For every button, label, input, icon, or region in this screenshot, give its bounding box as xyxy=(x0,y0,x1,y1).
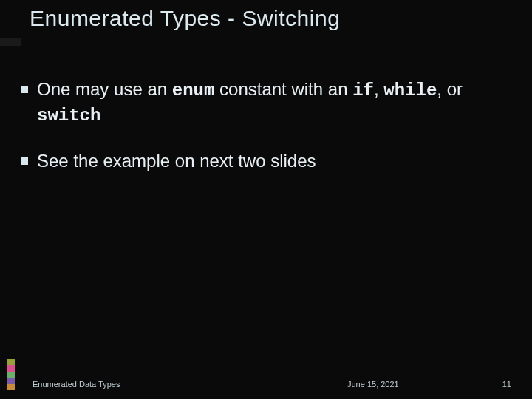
footer-date: June 15, 2021 xyxy=(347,380,399,389)
slide-content: One may use an enum constant with an if,… xyxy=(21,78,510,194)
title-accent-bar xyxy=(0,38,21,46)
text-run: , xyxy=(374,79,383,99)
code-run: switch xyxy=(37,106,100,126)
footer-page-number: 11 xyxy=(502,380,511,389)
bullet-text: One may use an enum constant with an if,… xyxy=(37,78,510,129)
list-item: One may use an enum constant with an if,… xyxy=(21,78,510,129)
text-run: , or xyxy=(437,79,463,99)
slide: Enumerated Types - Switching One may use… xyxy=(0,0,532,399)
text-run: One may use an xyxy=(37,79,172,99)
code-run: while xyxy=(383,81,437,100)
slide-title: Enumerated Types - Switching xyxy=(30,6,517,31)
slide-footer: Enumerated Data Types June 15, 2021 11 xyxy=(0,375,532,390)
code-run: enum xyxy=(172,81,215,100)
stripe-icon xyxy=(7,365,15,371)
stripe-icon xyxy=(7,372,15,378)
text-run: constant with an xyxy=(214,79,352,99)
code-run: if xyxy=(352,81,374,100)
stripe-icon xyxy=(7,384,15,390)
bullet-text: See the example on next two slides xyxy=(37,149,510,173)
text-run: See the example on next two slides xyxy=(37,151,316,171)
bullet-icon xyxy=(21,157,28,165)
stripe-icon xyxy=(7,378,15,383)
list-item: See the example on next two slides xyxy=(21,149,510,173)
bullet-icon xyxy=(21,86,28,93)
accent-stripes xyxy=(7,359,15,390)
stripe-icon xyxy=(7,359,15,365)
footer-topic: Enumerated Data Types xyxy=(33,380,120,389)
